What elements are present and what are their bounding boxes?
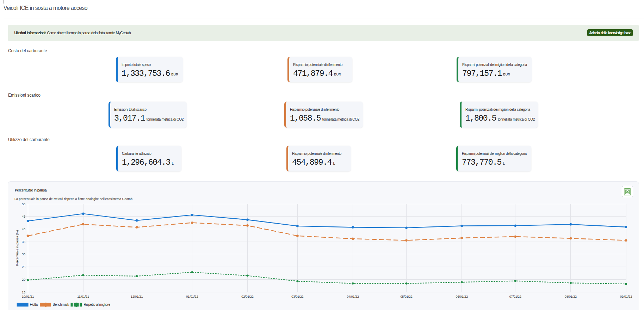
svg-text:Rispetto al migliore: Rispetto al migliore — [84, 303, 111, 306]
svg-text:10/01/21: 10/01/21 — [22, 295, 34, 298]
svg-text:01/01/22: 01/01/22 — [186, 295, 198, 298]
svg-text:03/01/22: 03/01/22 — [291, 295, 303, 298]
svg-text:20: 20 — [22, 278, 25, 281]
svg-text:09/01/22: 09/01/22 — [620, 295, 632, 298]
svg-text:40: 40 — [22, 227, 25, 231]
svg-text:25: 25 — [22, 265, 25, 269]
svg-text:07/01/22: 07/01/22 — [509, 295, 521, 298]
svg-text:Percentuale in pausa (%): Percentuale in pausa (%) — [16, 230, 19, 266]
svg-text:11/01/21: 11/01/21 — [77, 295, 89, 298]
svg-text:15: 15 — [22, 291, 25, 294]
svg-text:05/01/22: 05/01/22 — [400, 295, 412, 298]
svg-text:04/01/22: 04/01/22 — [347, 295, 359, 298]
svg-text:50: 50 — [22, 202, 25, 206]
svg-text:02/01/22: 02/01/22 — [241, 295, 253, 298]
svg-text:08/01/22: 08/01/22 — [565, 295, 577, 298]
svg-text:06/01/22: 06/01/22 — [456, 295, 468, 298]
svg-text:30: 30 — [22, 253, 25, 256]
svg-text:12/01/21: 12/01/21 — [131, 295, 143, 298]
svg-text:35: 35 — [22, 240, 25, 244]
svg-text:Benchmark: Benchmark — [53, 303, 70, 306]
svg-text:Flotta: Flotta — [30, 303, 38, 306]
svg-text:45: 45 — [22, 215, 25, 218]
